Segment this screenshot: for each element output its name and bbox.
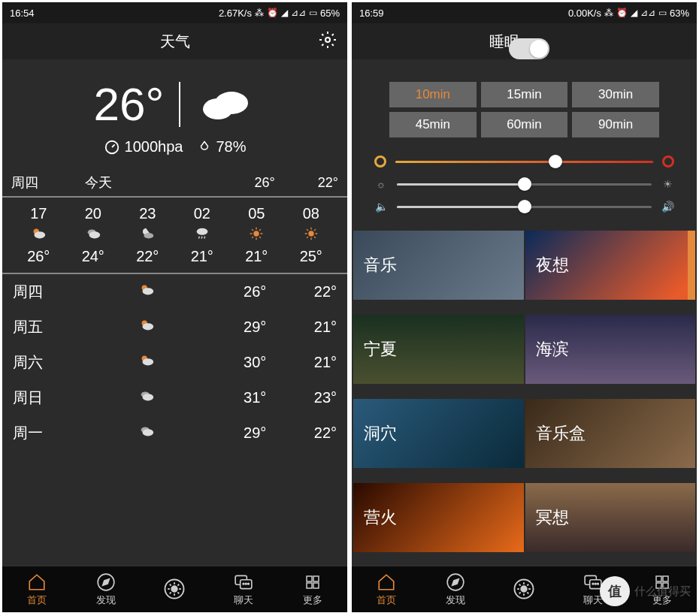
humidity: 78% (198, 138, 246, 156)
alarm-icon: ⏰ (616, 8, 628, 18)
sound-card[interactable]: 海滨 (525, 315, 696, 384)
svg-point-8 (144, 233, 154, 238)
hour-time: 05 (229, 202, 284, 225)
timer-option[interactable]: 30min (572, 82, 659, 107)
hour-temp: 21° (175, 245, 230, 268)
sound-card[interactable]: 洞穴 (353, 399, 524, 468)
slider-track[interactable] (397, 206, 652, 208)
droplet-icon (198, 139, 211, 156)
sound-card[interactable]: 冥想 (525, 483, 696, 552)
daily-row: 周六 30° 21° (2, 345, 347, 380)
nav-sun[interactable] (490, 566, 559, 612)
nav-chat[interactable]: 聊天 (209, 566, 278, 612)
slider-thumb[interactable] (549, 155, 562, 168)
sound-card[interactable]: 音乐 (353, 231, 524, 300)
daily-forecast[interactable]: 周四 26° 22° 周五 29° 21° 周六 30° 21° 周日 31° … (2, 274, 347, 566)
nav-sun[interactable] (141, 566, 210, 612)
pressure: 1000hpa (104, 138, 183, 156)
slider-thumb[interactable] (518, 177, 531, 191)
svg-point-10 (254, 231, 259, 236)
weather-icon (97, 423, 195, 443)
slider-track[interactable] (395, 161, 653, 163)
sun-icon (513, 579, 535, 599)
sound-label: 夜想 (536, 254, 569, 276)
nav-label: 首页 (27, 593, 47, 607)
weather-icon (175, 225, 230, 245)
day-lo: 22° (266, 424, 337, 442)
battery-level: 65% (320, 8, 340, 19)
volume-low-icon: 🔈 (374, 201, 388, 213)
compass-icon (446, 572, 465, 592)
hour-temp: 25° (284, 245, 339, 268)
hour-temp: 26° (11, 245, 66, 268)
current-weather: 26° (2, 59, 347, 138)
statusbar-time: 16:59 (359, 8, 384, 19)
network-speed: 2.67K/s (219, 8, 252, 19)
timer-option[interactable]: 60min (481, 112, 568, 137)
hour-time: 23 (120, 202, 175, 225)
sound-grid[interactable]: 音乐 夜想 宁夏 海滨 洞穴 音乐盒 营火 冥想 (352, 231, 697, 566)
gauge-icon (104, 139, 120, 156)
nav-home[interactable]: 首页 (352, 566, 421, 612)
timer-option[interactable]: 45min (389, 112, 477, 137)
statusbar-right: 2.67K/s ⁂ ⏰ ◢ ⊿⊿ ▭ 65% (219, 8, 340, 19)
day-name: 周五 (13, 317, 97, 337)
sound-card[interactable]: 音乐盒 (525, 399, 696, 468)
day-lo: 21° (266, 354, 337, 371)
sound-card[interactable]: 营火 (353, 483, 524, 552)
sound-label: 营火 (364, 506, 397, 529)
timer-option[interactable]: 15min (481, 82, 568, 107)
slider-track[interactable] (397, 183, 652, 186)
svg-point-36 (522, 586, 528, 592)
svg-rect-32 (307, 583, 312, 588)
settings-button[interactable] (319, 31, 337, 52)
sound-label: 洞穴 (364, 422, 397, 445)
nav-label: 发现 (446, 593, 465, 607)
sound-label: 宁夏 (364, 338, 397, 361)
nav-label: 更多 (303, 593, 322, 607)
slider-thumb[interactable] (518, 200, 531, 213)
timer-option[interactable]: 90min (572, 112, 659, 137)
volume-high-icon: 🔊 (661, 201, 674, 213)
sound-card[interactable]: 夜想 (525, 231, 696, 300)
sound-card[interactable]: 宁夏 (353, 315, 524, 384)
nav-grid[interactable]: 更多 (278, 566, 347, 612)
hour-time: 17 (11, 202, 66, 225)
hourly-forecast[interactable]: 17 26° 20 24° 23 22° 02 21° 05 21° 08 25… (2, 198, 347, 273)
bluetooth-icon: ⁂ (604, 8, 613, 18)
timer-option[interactable]: 10min (389, 82, 477, 107)
day-name: 周日 (13, 388, 97, 408)
svg-point-7 (89, 231, 100, 238)
cloudy-icon (195, 82, 256, 127)
weather-icon (11, 225, 66, 245)
watermark-badge: 值 (600, 576, 630, 606)
nav-home[interactable]: 首页 (2, 566, 71, 612)
sleep-toggle[interactable] (509, 38, 549, 59)
home-icon (27, 572, 47, 592)
nav-compass[interactable]: 发现 (71, 566, 141, 612)
network-speed: 0.00K/s (568, 8, 601, 19)
watermark: 值 什么值得买 (600, 576, 691, 606)
humidity-value: 78% (216, 138, 246, 156)
nav-compass[interactable]: 发现 (421, 566, 490, 612)
today-lo: 22° (275, 175, 338, 191)
brightness-slider[interactable]: ☼ ☀ (374, 178, 674, 190)
page-title: 天气 (160, 32, 190, 52)
today-dayname: 周四 (11, 174, 62, 192)
weather-icon (97, 282, 195, 302)
hour-time: 20 (66, 202, 121, 225)
signal-icon: ⊿⊿ (291, 8, 306, 18)
battery-icon: ▭ (658, 8, 667, 18)
bottom-nav: 首页 发现 聊天 更多 (2, 566, 347, 612)
daily-row: 周日 31° 23° (2, 380, 347, 415)
wifi-icon: ◢ (631, 8, 637, 18)
volume-slider[interactable]: 🔈 🔊 (374, 201, 674, 213)
color-slider[interactable] (374, 156, 674, 168)
hour-temp: 21° (229, 245, 284, 268)
day-name: 周一 (13, 423, 97, 443)
hourly-item: 08 25° (284, 202, 339, 268)
compass-icon (96, 572, 116, 592)
svg-rect-30 (307, 576, 312, 581)
today-label: 今天 (62, 174, 212, 192)
svg-point-21 (143, 429, 154, 436)
